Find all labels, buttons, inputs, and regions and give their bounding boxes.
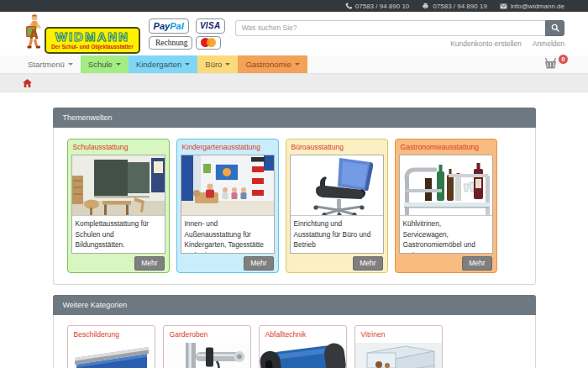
main-content: Themenwelten Schulausstattung xyxy=(0,92,588,368)
card-beschilderung[interactable]: Beschilderung xyxy=(67,325,155,368)
search-input[interactable] xyxy=(235,20,545,36)
header: WIDMANN Der Schul- und Objektausstatter … xyxy=(0,12,588,55)
card-title: Kindergartenausstattung xyxy=(177,139,278,155)
rechnung-badge: Rechnung xyxy=(149,36,192,50)
mail-icon xyxy=(500,3,507,9)
card-description: Kühlvitrinen, Servicewagen, Gastronomiem… xyxy=(400,216,492,254)
phone-icon xyxy=(345,3,352,9)
card-title: Abfalltechnik xyxy=(260,326,346,343)
fax-icon xyxy=(422,3,429,9)
themenwelten-header: Themenwelten xyxy=(53,108,536,128)
coat-rack-photo xyxy=(164,343,250,368)
chevron-down-icon xyxy=(225,63,230,66)
nav-item-kindergarten[interactable]: Kindergarten xyxy=(129,55,197,73)
create-account-link[interactable]: Kundenkonto erstellen xyxy=(450,39,522,48)
fax-contact: 07583 / 94 890 19 xyxy=(422,3,487,10)
card-title: Garderoben xyxy=(164,326,250,343)
phone-contact: 07583 / 94 890 10 xyxy=(345,3,410,10)
mehr-button[interactable]: Mehr xyxy=(462,256,491,271)
card-title: Büroausstattung xyxy=(286,139,387,155)
shop-logo[interactable]: WIDMANN Der Schul- und Objektausstatter xyxy=(24,13,140,54)
card-description: Einrichtung und Ausstattung für Büro und… xyxy=(291,216,383,253)
home-icon[interactable] xyxy=(23,79,32,87)
mehr-button[interactable]: Mehr xyxy=(353,256,382,271)
themenwelten-body: Schulausstattung xyxy=(53,128,536,285)
breadcrumb xyxy=(0,74,588,92)
search-icon xyxy=(551,22,559,34)
mehr-button[interactable]: Mehr xyxy=(244,256,273,271)
weitere-kategorien-panel: Weitere Kategorien Beschilderung Gardero… xyxy=(53,295,536,368)
chevron-down-icon xyxy=(295,63,300,66)
card-schulausstattung[interactable]: Schulausstattung xyxy=(67,139,170,273)
card-kindergartenausstattung[interactable]: Kindergartenausstattung xyxy=(176,139,279,273)
nav-item-buero[interactable]: Büro xyxy=(197,55,238,73)
card-title: Beschilderung xyxy=(68,326,155,343)
email-address: info@widmann.de xyxy=(511,3,564,10)
phone-number: 07583 / 94 890 10 xyxy=(355,3,410,10)
mehr-button[interactable]: Mehr xyxy=(134,256,164,271)
nav-item-startmenu[interactable]: Startmenü xyxy=(20,55,81,73)
chevron-down-icon xyxy=(68,63,73,66)
account-links: Kundenkonto erstellen Anmelden xyxy=(235,39,564,48)
display-case-photo xyxy=(355,343,442,368)
sign-holder-photo xyxy=(68,343,155,368)
weitere-kategorien-header: Weitere Kategorien xyxy=(53,295,536,315)
login-link[interactable]: Anmelden xyxy=(533,39,564,48)
visa-badge: VISA xyxy=(196,18,225,34)
waste-bin-photo xyxy=(260,343,346,368)
search-button[interactable] xyxy=(545,20,564,36)
logo-title: WIDMANN xyxy=(51,30,134,44)
card-abfalltechnik[interactable]: Abfalltechnik xyxy=(259,325,347,368)
cart-button[interactable]: 0 xyxy=(543,56,561,74)
kindergarten-photo xyxy=(181,155,274,216)
card-title: Schulausstattung xyxy=(68,139,169,155)
logo-subtitle: Der Schul- und Objektausstatter xyxy=(51,44,134,50)
themenwelten-panel: Themenwelten Schulausstattung xyxy=(53,108,536,285)
cart-count-badge: 0 xyxy=(559,55,568,64)
card-bueroausstattung[interactable]: Büroausstattung xyxy=(286,139,388,273)
email-contact[interactable]: info@widmann.de xyxy=(500,3,564,10)
main-navigation: Startmenü Schule Kindergarten Büro Gastr… xyxy=(0,55,588,74)
nav-item-schule[interactable]: Schule xyxy=(81,55,129,73)
classroom-photo xyxy=(72,155,165,216)
card-title: Gastronomieausstattung xyxy=(396,139,496,155)
card-vitrinen[interactable]: Vitrinen xyxy=(354,325,443,368)
search-area: Kundenkonto erstellen Anmelden xyxy=(235,20,564,48)
card-description: Innen- und Außenausstattung für Kinderga… xyxy=(181,216,274,254)
mastercard-badge xyxy=(196,36,221,50)
office-chair-photo xyxy=(291,155,383,216)
chevron-down-icon xyxy=(185,63,190,66)
card-title: Vitrinen xyxy=(355,326,442,343)
top-contact-bar: 07583 / 94 890 10 07583 / 94 890 19 info… xyxy=(0,0,588,12)
nav-item-gastronomie[interactable]: Gastronomie xyxy=(238,55,307,73)
payment-badges: PayPal VISA Rechnung xyxy=(149,18,225,50)
mascot-figure-icon xyxy=(24,13,44,54)
fax-number: 07583 / 94 890 19 xyxy=(433,3,487,10)
chevron-down-icon xyxy=(116,63,121,66)
card-description: Komplettausstattung für Schulen und Bild… xyxy=(72,216,165,253)
serving-cart-photo xyxy=(400,155,492,216)
card-garderoben[interactable]: Garderoben xyxy=(163,325,251,368)
paypal-badge: PayPal xyxy=(149,18,189,34)
logo-box: WIDMANN Der Schul- und Objektausstatter xyxy=(45,27,140,54)
card-gastronomieausstattung[interactable]: Gastronomieausstattung xyxy=(395,139,497,273)
weitere-kategorien-body: Beschilderung Garderoben xyxy=(53,315,536,368)
